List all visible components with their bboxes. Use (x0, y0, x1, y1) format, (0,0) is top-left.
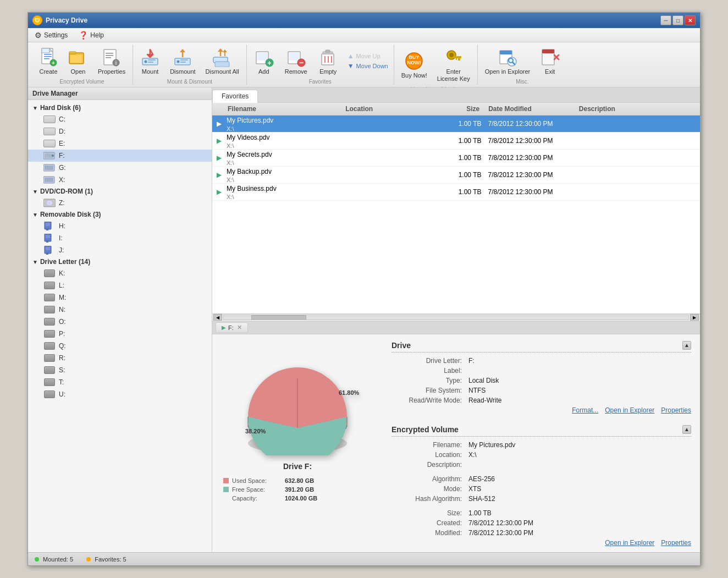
drive-tree[interactable]: ▼ Hard Disk (6) C: D: E: (28, 100, 212, 552)
ev-desc-key: Description: (391, 461, 468, 469)
dismount-all-button[interactable]: Dismount All (201, 45, 244, 78)
remove-button[interactable]: − Remove (280, 45, 312, 78)
empty-button[interactable]: Empty (313, 45, 343, 78)
format-link[interactable]: Format... (572, 406, 598, 414)
open-explorer-button[interactable]: Open in Explorer (480, 45, 536, 78)
app-icon: 🛡 (32, 15, 42, 25)
drive-h[interactable]: H: (28, 220, 212, 232)
svg-rect-26 (180, 59, 188, 60)
drive-properties-link[interactable]: Properties (661, 406, 691, 414)
help-menu[interactable]: ❓ Help (79, 31, 104, 40)
maximize-button[interactable]: □ (672, 15, 683, 25)
drive-j-icon (43, 246, 56, 255)
drive-k[interactable]: K: (28, 267, 212, 279)
drive-explorer-link[interactable]: Open in Explorer (605, 406, 654, 414)
scroll-right-btn[interactable]: ▶ (690, 314, 699, 321)
enter-license-button[interactable]: EnterLicense Key (432, 45, 475, 85)
svg-text:NOW!: NOW! (407, 60, 421, 65)
fav-date-3: 7/8/2012 12:30:00 PM (485, 152, 578, 164)
ev-properties-link[interactable]: Properties (661, 539, 691, 547)
drive-g[interactable]: G: (28, 162, 212, 174)
move-down-button[interactable]: ▼ Move Down (348, 62, 388, 70)
drive-n[interactable]: N: (28, 304, 212, 316)
add-icon: + (254, 47, 274, 67)
favorites-group-label: Favorites (249, 79, 391, 86)
minimize-button[interactable]: ─ (660, 15, 671, 25)
fav-size-1: 1.00 TB (432, 118, 485, 130)
exit-button[interactable]: Exit (535, 45, 565, 78)
cap-label: Capacity: (232, 495, 282, 502)
drive-f[interactable]: F: (28, 150, 212, 162)
fav-row-1[interactable]: ▶ My Pictures.pdv X:\ 1.00 TB 7/8/2012 1… (212, 115, 700, 133)
svg-point-69 (52, 155, 54, 157)
scroll-thumb[interactable] (251, 315, 306, 320)
drive-q[interactable]: Q: (28, 340, 212, 352)
properties-button[interactable]: i Properties (93, 45, 130, 78)
svg-rect-85 (46, 252, 48, 255)
drive-letter-header[interactable]: ▼ Drive Letter (14) (28, 256, 212, 267)
dismount-button[interactable]: Dismount (165, 45, 200, 78)
favorites-tab[interactable]: Favorites (212, 90, 258, 103)
removable-header[interactable]: ▼ Removable Disk (3) (28, 209, 212, 220)
drive-d-icon (43, 127, 56, 136)
drive-e[interactable]: E: (28, 137, 212, 150)
dvdcdrom-header[interactable]: ▼ DVD/CD-ROM (1) (28, 186, 212, 197)
buy-now-button[interactable]: BUY NOW! Buy Now! (396, 48, 432, 81)
hard-disk-header[interactable]: ▼ Hard Disk (6) (28, 102, 212, 113)
settings-menu[interactable]: ⚙ Settings (35, 31, 68, 40)
drive-j[interactable]: J: (28, 244, 212, 256)
close-button[interactable]: ✕ (685, 15, 696, 25)
drive-f-tab-close[interactable]: ✕ (237, 324, 242, 331)
drive-x[interactable]: X: (28, 174, 212, 186)
h-scrollbar[interactable]: ◀ ▶ (212, 313, 700, 321)
mount-label: Mount (142, 68, 159, 75)
svg-rect-59 (500, 51, 512, 54)
ev-collapse-btn[interactable]: ▲ (682, 425, 691, 434)
add-button[interactable]: + Add (249, 45, 279, 78)
pie-chart: 61.80% 38.20% (229, 345, 366, 455)
main-window: 🛡 Privacy Drive ─ □ ✕ ⚙ Settings ❓ Help (27, 12, 701, 566)
fav-list[interactable]: ▶ My Pictures.pdv X:\ 1.00 TB 7/8/2012 1… (212, 115, 700, 313)
svg-point-25 (177, 60, 180, 63)
scroll-left-btn[interactable]: ◀ (213, 314, 222, 321)
svg-text:i: i (115, 59, 117, 66)
drive-p[interactable]: P: (28, 328, 212, 340)
move-up-button[interactable]: ▲ Move Up (348, 52, 388, 60)
drive-r[interactable]: R: (28, 352, 212, 364)
ev-hash-key: Hash Algorithm: (391, 495, 468, 503)
play-icon-4: ▶ (212, 171, 223, 179)
open-button[interactable]: Open (63, 45, 93, 78)
fav-row-2[interactable]: ▶ My Videos.pdv X:\ 1.00 TB 7/8/2012 12:… (212, 133, 700, 150)
drive-c[interactable]: C: (28, 113, 212, 125)
ev-explorer-link[interactable]: Open in Explorer (605, 539, 654, 547)
drive-u[interactable]: U: (28, 388, 212, 400)
drive-i[interactable]: I: (28, 232, 212, 244)
drive-f-tab[interactable]: ▶ F: ✕ (216, 322, 248, 333)
drive-m-label: M: (59, 294, 66, 301)
ev-algo-val: AES-256 (468, 475, 691, 483)
mount-button[interactable]: Mount (135, 45, 165, 78)
drive-l[interactable]: L: (28, 279, 212, 291)
drive-z[interactable]: Z: (28, 197, 212, 209)
drive-t[interactable]: T: (28, 376, 212, 388)
drive-x-icon (43, 175, 56, 184)
fav-row-4[interactable]: ▶ My Backup.pdv X:\ 1.00 TB 7/8/2012 12:… (212, 167, 700, 184)
drive-t-label: T: (59, 378, 64, 386)
svg-rect-73 (45, 178, 53, 182)
create-button[interactable]: + Create (34, 45, 63, 78)
drive-letter-key: Drive Letter: (391, 357, 468, 365)
drive-o[interactable]: O: (28, 316, 212, 328)
ev-size-key: Size: (391, 509, 468, 517)
fav-row-3[interactable]: ▶ My Secrets.pdv X:\ 1.00 TB 7/8/2012 12… (212, 150, 700, 167)
drive-z-icon (43, 199, 56, 207)
fav-row-5[interactable]: ▶ My Business.pdv X:\ 1.00 TB 7/8/2012 1… (212, 184, 700, 201)
drive-label-row: Label: (391, 367, 691, 375)
drive-d[interactable]: D: (28, 125, 212, 137)
svg-rect-78 (46, 223, 50, 226)
drive-collapse-btn[interactable]: ▲ (682, 341, 691, 350)
drive-m[interactable]: M: (28, 291, 212, 304)
content-area: Drive Manager ▼ Hard Disk (6) C: D: (28, 87, 700, 552)
drive-fs-val: NTFS (468, 387, 691, 394)
fav-filename-2: My Videos.pdv X:\ (223, 133, 339, 149)
drive-s[interactable]: S: (28, 364, 212, 376)
